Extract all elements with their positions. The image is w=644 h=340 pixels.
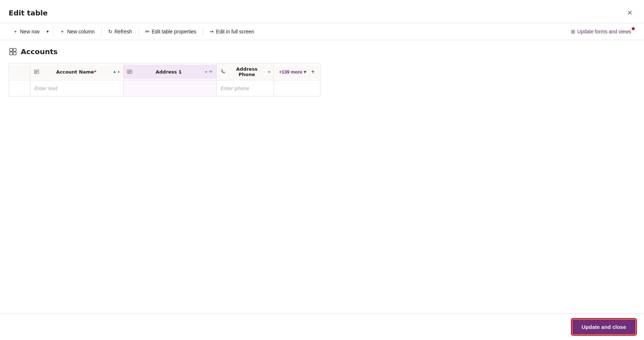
title-bar: Edit table ✕ [0, 0, 644, 23]
plus-icon: ＋ [13, 28, 18, 35]
col-header-row-num [9, 63, 30, 80]
toolbar-right: ⊞ Update forms and views [567, 27, 635, 37]
new-row-label: New row [20, 29, 39, 34]
refresh-icon: ↻ [108, 29, 112, 34]
account-name-header-inner: Account Name* ▲ ▾ [30, 65, 123, 79]
data-table: Account Name* ▲ ▾ [9, 63, 321, 96]
edit-fullscreen-label: Edit in full screen [216, 29, 254, 34]
svg-rect-0 [10, 48, 13, 51]
row-num-cell [9, 80, 30, 96]
table-grid-icon [9, 47, 17, 56]
update-forms-label: Update forms and views [577, 29, 631, 34]
row-num-header-inner [9, 65, 30, 79]
toolbar-left: ＋ New row ▾ ＋ New column ↻ Refresh ✏ [9, 26, 259, 37]
chevron-down-icon: ▾ [47, 29, 49, 34]
svg-rect-2 [10, 52, 13, 55]
address-phone-chevron-icon[interactable]: ▾ [268, 70, 270, 74]
edit-table-props-button[interactable]: ✏ Edit table properties [141, 27, 201, 37]
edit-table-dialog: Edit table ✕ ＋ New row ▾ ＋ New column [0, 0, 644, 340]
address1-col-label: Address 1 [134, 69, 203, 75]
edit-table-props-label: Edit table properties [152, 29, 197, 34]
account-name-cell-inner: Enter text [30, 80, 123, 96]
toolbar-divider-2 [101, 28, 102, 35]
col-header-more: +139 more ▾ + [274, 63, 321, 80]
address1-cell-inner [124, 80, 216, 96]
add-column-button[interactable]: + [309, 68, 317, 76]
row-num-cell-inner [9, 80, 30, 96]
table-header: Accounts [9, 47, 635, 56]
pencil-icon: ✏ [145, 29, 150, 34]
account-name-placeholder: Enter text [34, 86, 57, 91]
col-header-account-name[interactable]: Account Name* ▲ ▾ [30, 63, 124, 80]
address1-chevron-icon[interactable]: ▾ [205, 70, 207, 74]
more-cols-cell [274, 80, 321, 96]
notification-dot [632, 27, 635, 30]
text-field-icon [34, 69, 39, 74]
new-column-button[interactable]: ＋ New column [56, 26, 99, 37]
forms-icon: ⊞ [571, 29, 575, 34]
toolbar-divider-1 [53, 28, 53, 35]
phone-icon [220, 69, 225, 74]
address-phone-placeholder: Enter phone [220, 86, 249, 91]
address-phone-col-label: Address Phone [227, 66, 266, 77]
address-phone-cell-inner: Enter phone [217, 80, 274, 96]
address-phone-header-inner: Address Phone ▾ [217, 63, 274, 80]
close-button[interactable]: ✕ [624, 7, 635, 19]
address1-cell[interactable] [124, 80, 217, 96]
sort-asc-icon: ▲ [114, 70, 116, 73]
more-cols-cell-inner [274, 80, 320, 96]
account-name-chevron-icon[interactable]: ▾ [118, 70, 120, 74]
edit-fullscreen-button[interactable]: ↗ Edit in full screen [205, 27, 259, 37]
more-cols-inner: +139 more ▾ + [274, 65, 320, 79]
refresh-label: Refresh [115, 29, 132, 34]
new-row-dropdown-button[interactable]: ▾ [44, 27, 51, 36]
col-header-address1[interactable]: Address 1 ▾ ✏ [124, 63, 217, 80]
update-forms-button[interactable]: ⊞ Update forms and views [567, 27, 635, 37]
address1-edit-icon[interactable]: ✏ [209, 69, 213, 74]
address-text-field-icon [127, 69, 132, 74]
account-name-cell[interactable]: Enter text [30, 80, 124, 96]
address-phone-cell[interactable]: Enter phone [217, 80, 274, 96]
svg-rect-1 [13, 48, 16, 51]
toolbar: ＋ New row ▾ ＋ New column ↻ Refresh ✏ [0, 23, 644, 40]
plus-icon-col: ＋ [60, 28, 65, 35]
more-columns-button[interactable]: +139 more ▾ [278, 69, 308, 75]
col-header-address-phone[interactable]: Address Phone ▾ [217, 63, 274, 80]
new-row-button[interactable]: ＋ New row [9, 26, 44, 37]
table-row: Enter text Enter phone [9, 80, 321, 96]
dialog-title: Edit table [9, 9, 48, 17]
add-column-plus-icon: + [311, 69, 314, 75]
title-bar-left: Edit table [9, 9, 48, 17]
more-columns-label: +139 more [279, 69, 302, 75]
more-columns-chevron-icon: ▾ [304, 69, 306, 75]
update-close-button[interactable]: Update and close [572, 320, 635, 334]
close-icon: ✕ [627, 9, 633, 17]
required-asterisk: * [94, 69, 96, 75]
toolbar-divider-3 [139, 28, 139, 35]
refresh-button[interactable]: ↻ Refresh [104, 27, 136, 37]
fullscreen-icon: ↗ [208, 28, 215, 35]
address1-header-inner: Address 1 ▾ ✏ [124, 65, 216, 79]
new-column-label: New column [67, 29, 95, 34]
bottom-bar: Update and close [0, 313, 644, 340]
table-title: Accounts [21, 47, 58, 56]
svg-rect-3 [13, 52, 16, 55]
toolbar-divider-4 [203, 28, 203, 35]
content-area: Accounts [0, 40, 644, 313]
account-name-col-label: Account Name* [41, 69, 111, 75]
